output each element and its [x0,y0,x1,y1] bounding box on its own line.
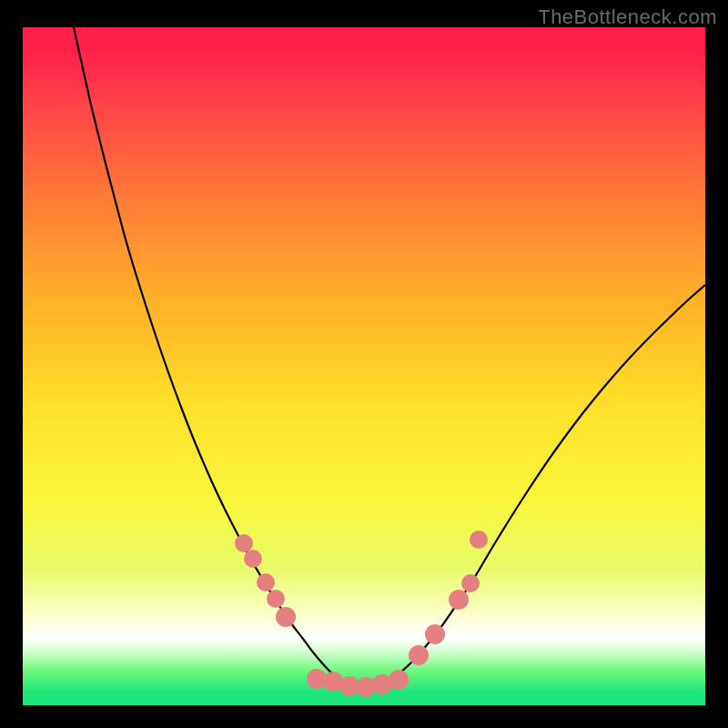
right-marker-4 [461,574,480,592]
right-marker-1 [409,645,429,665]
left-marker-3 [257,573,275,592]
left-marker-5 [276,607,296,627]
right-marker-5 [470,531,488,549]
left-marker-1 [235,534,253,552]
watermark-text: TheBottleneck.com [538,5,717,29]
right-marker-3 [449,590,469,610]
bottom-marker-6 [389,670,409,690]
right-marker-2 [425,624,445,644]
bottleneck-chart [0,0,728,728]
plot-background [23,27,705,705]
left-marker-2 [244,550,262,568]
left-marker-4 [267,590,285,608]
